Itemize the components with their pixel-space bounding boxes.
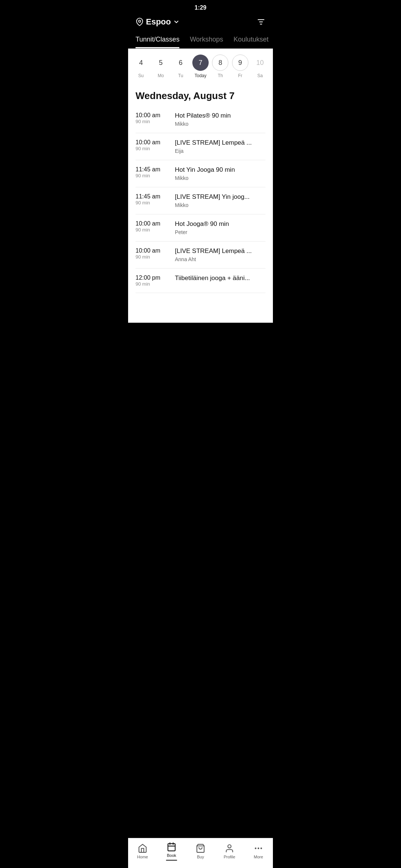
time-value-1: 10:00 am bbox=[136, 139, 160, 146]
time-value-0: 10:00 am bbox=[136, 112, 160, 119]
class-time-2: 11:45 am 90 min bbox=[136, 166, 169, 178]
class-time-1: 10:00 am 90 min bbox=[136, 139, 169, 151]
time-duration-6: 90 min bbox=[136, 281, 150, 287]
class-item-6[interactable]: 12:00 pm 90 min Tiibetiläinen jooga + ää… bbox=[136, 269, 265, 293]
day-number-7: 7 bbox=[192, 55, 209, 71]
time-value-2: 11:45 am bbox=[136, 166, 160, 173]
day-number-4: 4 bbox=[133, 55, 149, 71]
class-item-5[interactable]: 10:00 am 90 min [LIVE STREAM] Lempeä ...… bbox=[136, 241, 265, 269]
time-duration-1: 90 min bbox=[136, 146, 150, 151]
time-duration-3: 90 min bbox=[136, 200, 150, 206]
svg-point-0 bbox=[138, 20, 141, 22]
tab-tunnit[interactable]: Tunnit/Classes bbox=[136, 36, 179, 48]
tab-workshops[interactable]: Workshops bbox=[190, 36, 223, 48]
day-label-10: Sa bbox=[257, 73, 263, 78]
day-number-10: 10 bbox=[252, 55, 268, 71]
class-time-5: 10:00 am 90 min bbox=[136, 247, 169, 260]
class-info-3: [LIVE STREAM] Yin joog... Mikko bbox=[175, 193, 265, 208]
header: Espoo bbox=[128, 14, 273, 33]
class-instructor-5: Anna Aht bbox=[175, 256, 265, 262]
class-info-0: Hot Pilates® 90 min Mikko bbox=[175, 112, 265, 127]
time-value-4: 10:00 am bbox=[136, 220, 160, 227]
day-item-7[interactable]: 7 Today bbox=[192, 55, 209, 78]
day-number-6: 6 bbox=[173, 55, 189, 71]
day-selector: 4 Su 5 Mo 6 Tu 7 Today 8 Th 9 Fr 10 Sa bbox=[128, 49, 273, 84]
location-name: Espoo bbox=[146, 17, 171, 27]
class-item-3[interactable]: 11:45 am 90 min [LIVE STREAM] Yin joog..… bbox=[136, 187, 265, 214]
day-number-9: 9 bbox=[232, 55, 248, 71]
main-content: Wednesday, August 7 10:00 am 90 min Hot … bbox=[128, 84, 273, 323]
day-label-6: Tu bbox=[178, 73, 183, 78]
class-time-0: 10:00 am 90 min bbox=[136, 112, 169, 124]
class-name-3: [LIVE STREAM] Yin joog... bbox=[175, 193, 265, 201]
day-item-4[interactable]: 4 Su bbox=[133, 55, 149, 78]
class-item-2[interactable]: 11:45 am 90 min Hot Yin Jooga 90 min Mik… bbox=[136, 160, 265, 187]
class-instructor-4: Peter bbox=[175, 229, 265, 235]
class-time-6: 12:00 pm 90 min bbox=[136, 274, 169, 287]
time-value-3: 11:45 am bbox=[136, 193, 160, 200]
day-item-5[interactable]: 5 Mo bbox=[153, 55, 169, 78]
status-time: 1:29 bbox=[195, 4, 206, 11]
time-duration-0: 90 min bbox=[136, 119, 150, 124]
class-name-4: Hot Jooga® 90 min bbox=[175, 220, 265, 228]
status-bar: 1:29 bbox=[128, 0, 273, 14]
class-name-5: [LIVE STREAM] Lempeä ... bbox=[175, 247, 265, 255]
class-name-2: Hot Yin Jooga 90 min bbox=[175, 166, 265, 174]
class-item-4[interactable]: 10:00 am 90 min Hot Jooga® 90 min Peter bbox=[136, 214, 265, 241]
time-duration-4: 90 min bbox=[136, 227, 150, 233]
class-item-0[interactable]: 10:00 am 90 min Hot Pilates® 90 min Mikk… bbox=[136, 106, 265, 133]
class-name-0: Hot Pilates® 90 min bbox=[175, 112, 265, 119]
tab-koulutukset[interactable]: Koulutukset bbox=[234, 36, 268, 48]
class-time-3: 11:45 am 90 min bbox=[136, 193, 169, 206]
class-instructor-3: Mikko bbox=[175, 202, 265, 208]
class-info-2: Hot Yin Jooga 90 min Mikko bbox=[175, 166, 265, 181]
class-instructor-2: Mikko bbox=[175, 175, 265, 181]
day-item-6[interactable]: 6 Tu bbox=[173, 55, 189, 78]
class-name-6: Tiibetiläinen jooga + ääni... bbox=[175, 274, 265, 282]
day-number-5: 5 bbox=[153, 55, 169, 71]
class-item-1[interactable]: 10:00 am 90 min [LIVE STREAM] Lempeä ...… bbox=[136, 133, 265, 160]
class-name-1: [LIVE STREAM] Lempeä ... bbox=[175, 139, 265, 147]
time-value-6: 12:00 pm bbox=[136, 274, 160, 281]
date-heading: Wednesday, August 7 bbox=[136, 84, 265, 106]
day-item-10[interactable]: 10 Sa bbox=[252, 55, 268, 78]
time-duration-5: 90 min bbox=[136, 254, 150, 260]
day-label-9: Fr bbox=[238, 73, 242, 78]
location-pin-icon bbox=[136, 18, 144, 26]
class-instructor-0: Mikko bbox=[175, 121, 265, 127]
class-time-4: 10:00 am 90 min bbox=[136, 220, 169, 233]
tabs-container: Tunnit/Classes Workshops Koulutukset bbox=[128, 33, 273, 49]
location-selector[interactable]: Espoo bbox=[136, 17, 180, 27]
day-label-4: Su bbox=[138, 73, 144, 78]
time-duration-2: 90 min bbox=[136, 173, 150, 178]
day-number-8: 8 bbox=[212, 55, 228, 71]
time-value-5: 10:00 am bbox=[136, 247, 160, 254]
class-list: 10:00 am 90 min Hot Pilates® 90 min Mikk… bbox=[136, 106, 265, 293]
day-label-7: Today bbox=[195, 73, 206, 78]
filter-icon[interactable] bbox=[257, 17, 265, 26]
day-label-8: Th bbox=[218, 73, 223, 78]
class-info-6: Tiibetiläinen jooga + ääni... bbox=[175, 274, 265, 283]
day-item-8[interactable]: 8 Th bbox=[212, 55, 228, 78]
class-info-1: [LIVE STREAM] Lempeä ... Eija bbox=[175, 139, 265, 154]
class-instructor-1: Eija bbox=[175, 148, 265, 154]
day-item-9[interactable]: 9 Fr bbox=[232, 55, 248, 78]
chevron-down-icon bbox=[173, 19, 180, 25]
class-info-4: Hot Jooga® 90 min Peter bbox=[175, 220, 265, 235]
class-info-5: [LIVE STREAM] Lempeä ... Anna Aht bbox=[175, 247, 265, 262]
day-label-5: Mo bbox=[158, 73, 164, 78]
